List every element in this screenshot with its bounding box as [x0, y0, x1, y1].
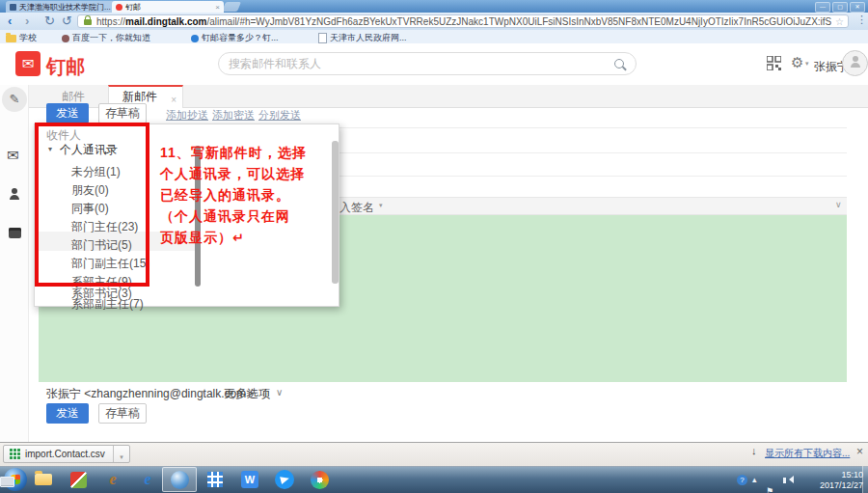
folder-icon [35, 474, 52, 485]
dingmail-favicon [116, 4, 122, 11]
bookmark-star-icon[interactable]: ☆ [835, 16, 844, 27]
chevron-down-icon[interactable]: ▾ [379, 202, 383, 209]
recipient-label: 收件人 [46, 127, 81, 144]
contact-group-item[interactable]: 系部副主任(7) [71, 296, 144, 313]
dingmail-logo-icon: ✉ [15, 51, 41, 76]
annotation-red-box [35, 123, 149, 287]
close-icon[interactable]: × [856, 445, 863, 458]
chevron-down-icon[interactable]: ▾ [201, 389, 204, 397]
lock-icon [84, 19, 92, 25]
browser-tab-dingmail[interactable]: 钉邮 × [112, 1, 224, 13]
clock-date: 2017/12/27 [810, 480, 863, 491]
caret-down-icon[interactable]: ∨ [276, 387, 283, 397]
tray-volume-icon[interactable] [783, 477, 795, 484]
save-draft-button-bottom[interactable]: 存草稿 [98, 403, 147, 424]
taskbar-explorer-icon[interactable] [29, 468, 58, 491]
clock-time: 15:10 [810, 470, 863, 480]
show-desktop-button[interactable] [862, 466, 868, 493]
swirl-icon [311, 471, 329, 489]
download-bar [0, 442, 868, 466]
browser-tab-title: 钉邮 [125, 2, 141, 13]
folder-icon [6, 35, 16, 42]
tray-network-icon[interactable] [0, 477, 14, 487]
window-maximize-button[interactable]: ▢ [832, 2, 848, 13]
download-item-menu[interactable]: ▾ [113, 446, 129, 462]
baidu-favicon [62, 35, 69, 42]
sender-account-dropdown[interactable]: 张振宁 <zhangzhenning@dingtalk.com> [46, 386, 253, 402]
window-minimize-button[interactable]: — [815, 2, 830, 13]
save-draft-button[interactable]: 存草稿 [98, 103, 147, 123]
taskbar-clock[interactable]: 15:10 2017/12/27 [810, 470, 863, 491]
taskbar-ie-gold-icon[interactable]: e [98, 468, 127, 491]
download-arrow-icon: ↓ [751, 445, 757, 456]
search-input[interactable]: 搜索邮件和联系人 [218, 52, 637, 75]
app-sidebar [0, 85, 29, 442]
contacts-icon[interactable] [10, 188, 19, 200]
send-button-bottom[interactable]: 发送 [46, 403, 89, 424]
tray-help-icon[interactable]: ? [737, 475, 747, 485]
taskbar-swirl-app-icon[interactable] [305, 468, 334, 491]
taskbar-dingtalk-icon[interactable] [270, 468, 299, 491]
browser-tab-other-site[interactable]: 天津渤海职业技术学院门... × [6, 1, 116, 13]
globe-icon [171, 471, 189, 489]
window-close-button[interactable]: ✕ [850, 2, 865, 13]
taskbar-ie-blue-icon[interactable]: e [133, 468, 162, 491]
ie-icon: e [109, 471, 116, 488]
close-icon[interactable]: × [171, 90, 176, 110]
calendar-icon[interactable] [9, 228, 21, 238]
dingmail-logo-text: 钉邮 [46, 54, 85, 80]
chevron-down-icon[interactable]: ▾ [832, 62, 836, 69]
annotation-text: 11、写新邮件时，选择 个人通讯录，可以选择 已经导入的通讯录。 （个人通讯录只… [160, 142, 334, 248]
download-file-name: import.Contact.csv [25, 449, 113, 459]
download-item[interactable]: import.Contact.csv ▾ [3, 445, 130, 463]
show-all-downloads-link[interactable]: 显示所有下载内容... [765, 447, 850, 460]
more-options-dropdown[interactable]: 更多选项 [224, 386, 270, 402]
mail-icon[interactable]: ✉ [7, 147, 19, 164]
browser-tab-title: 天津渤海职业技术学院门... [19, 2, 111, 13]
csv-file-icon [10, 449, 20, 459]
url-text: https://mail.dingtalk.com/alimail/#h=WyJ… [96, 16, 831, 27]
grid-icon [207, 472, 223, 487]
add-bcc-link[interactable]: 添加密送 [212, 108, 255, 123]
taskbar-red-app-icon[interactable] [64, 468, 93, 491]
refresh-alt-icon[interactable]: ↺ [62, 13, 72, 29]
tray-show-hidden-icon[interactable]: ▴ [752, 475, 757, 484]
close-icon[interactable]: × [211, 3, 220, 12]
avatar[interactable] [842, 50, 868, 76]
browser-menu-icon[interactable]: ⋮ [856, 14, 867, 26]
search-icon[interactable] [614, 59, 624, 68]
add-cc-link[interactable]: 添加抄送 [166, 108, 208, 123]
taskbar-browser-globe-icon[interactable] [165, 468, 194, 491]
back-icon[interactable]: ‹ [8, 13, 12, 29]
blue-favicon [191, 35, 199, 42]
address-bar[interactable]: https://mail.dingtalk.com/alimail/#h=WyJ… [77, 14, 849, 28]
ie-icon: e [144, 471, 150, 488]
dingtalk-icon [275, 470, 294, 489]
refresh-icon[interactable]: ↻ [44, 13, 55, 29]
search-placeholder: 搜索邮件和联系人 [229, 56, 614, 72]
site-favicon [10, 4, 16, 11]
red-app-icon [70, 472, 87, 488]
pencil-icon: ✎ [10, 92, 20, 106]
forward-icon[interactable]: › [25, 13, 29, 29]
wps-icon: W [241, 471, 258, 488]
taskbar-grid-app-icon[interactable] [201, 468, 230, 491]
chevron-down-icon[interactable]: ▾ [805, 60, 809, 68]
send-button[interactable]: 发送 [46, 103, 89, 123]
compose-button[interactable]: ✎ [2, 87, 27, 112]
page-icon [318, 33, 327, 43]
gear-icon[interactable]: ⚙ [791, 54, 803, 71]
taskbar-wps-icon[interactable]: W [235, 468, 264, 491]
qr-code-icon[interactable] [767, 56, 781, 74]
send-separately-link[interactable]: 分别发送 [258, 108, 301, 123]
chevron-down-icon: ▾ [120, 453, 123, 460]
collapse-chevron-icon[interactable]: ∨ [835, 200, 842, 209]
person-icon [851, 56, 860, 68]
